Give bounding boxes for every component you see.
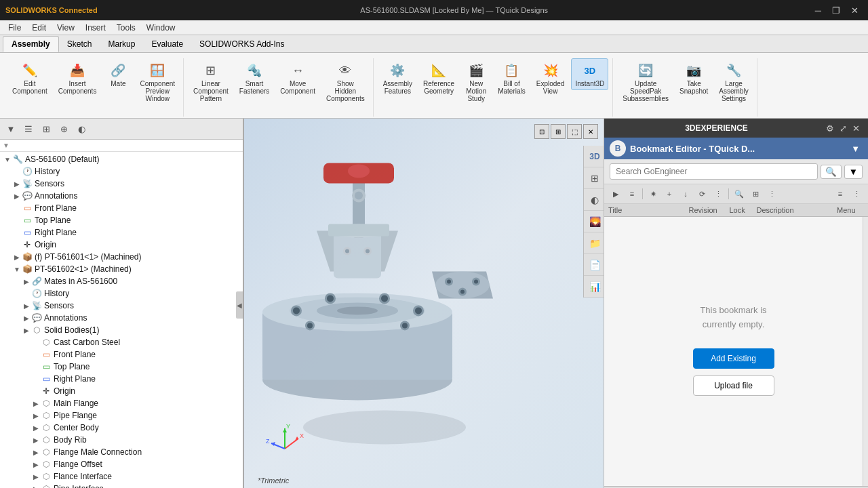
ft-item-cast-carbon[interactable]: ⬡ Cast Carbon Steel — [0, 336, 243, 348]
large-assembly-button[interactable]: 🔧 LargeAssemblySettings — [715, 58, 752, 105]
exp-add-button[interactable]: + — [662, 186, 677, 201]
exp-upload-button[interactable]: Upload file — [693, 375, 774, 396]
ft-item-flance-interface[interactable]: ▶ ⬡ Flance Interface — [0, 470, 243, 483]
ft-expand-history[interactable] — [12, 167, 22, 176]
ribbon-tab-sketch[interactable]: Sketch — [59, 37, 100, 52]
doc-icon[interactable]: 📄 — [584, 254, 604, 276]
exp-menu-button[interactable]: ⋮ — [849, 186, 864, 201]
ft-item-solid-bodies[interactable]: ▶ ⬡ Solid Bodies(1) — [0, 324, 243, 336]
menu-item-window[interactable]: Window — [141, 22, 181, 34]
ft-item-pipe-flange[interactable]: ▶ ⬡ Pipe Flange — [0, 409, 243, 422]
ft-expand-center-body[interactable]: ▶ — [31, 423, 41, 432]
update-speedpak-button[interactable]: 🔄 UpdateSpeedPakSubassemblies — [618, 58, 673, 105]
exp-header-dropdown-button[interactable]: ▼ — [848, 143, 863, 155]
ft-collapse-button[interactable]: ◀ — [236, 291, 243, 319]
exp-search-options-button[interactable]: ▼ — [844, 165, 863, 179]
move-component-button[interactable]: ↔ MoveComponent — [276, 58, 319, 98]
exp-download-button[interactable]: ↓ — [678, 186, 693, 201]
exp-vscrollbar[interactable] — [863, 217, 868, 486]
ft-expand-root[interactable]: ▼ — [3, 155, 12, 164]
take-snapshot-button[interactable]: 📷 TakeSnapshot — [675, 58, 712, 98]
chart-icon[interactable]: 📊 — [584, 276, 604, 298]
ft-expand-flange-offset[interactable]: ▶ — [31, 460, 41, 469]
exp-play-button[interactable]: ▶ — [608, 186, 623, 201]
ft-expand-pt561602[interactable]: ▼ — [12, 264, 22, 274]
show-hidden-button[interactable]: 👁 ShowHiddenComponents — [322, 58, 369, 105]
ft-color-btn[interactable]: ◐ — [73, 121, 90, 137]
ft-item-top-plane[interactable]: ▭ Top Plane — [0, 214, 243, 226]
ft-item-front-plane2[interactable]: ▭ Front Plane — [0, 348, 243, 361]
ft-item-pt561602[interactable]: ▼ 📦 PT-561602<1> (Machined) — [0, 263, 243, 275]
exp-add-existing-button[interactable]: Add Existing — [693, 348, 774, 369]
menu-item-insert[interactable]: Insert — [80, 22, 111, 34]
close-button[interactable]: ✕ — [847, 4, 863, 17]
ft-expand-mates[interactable]: ▶ — [22, 277, 31, 286]
ft-item-flange-male[interactable]: ▶ ⬡ Flange Male Connection — [0, 446, 243, 458]
menu-item-edit[interactable]: Edit — [26, 22, 52, 34]
bom-button[interactable]: 📋 Bill ofMaterials — [494, 58, 530, 98]
exp-close-button[interactable]: ✕ — [850, 123, 863, 134]
ft-tree[interactable]: ▼ 🔧 AS-561600 (Default) 🕐 History ▶ 📡 Se… — [0, 152, 243, 488]
ft-list-btn[interactable]: ☰ — [20, 121, 37, 137]
ft-item-mates[interactable]: ▶ 🔗 Mates in AS-561600 — [0, 275, 243, 287]
ft-item-sensors[interactable]: ▶ 📡 Sensors — [0, 178, 243, 190]
ft-expand-sensors[interactable]: ▶ — [12, 179, 22, 188]
menu-item-view[interactable]: View — [52, 22, 80, 34]
ft-item-front-plane[interactable]: ▭ Front Plane — [0, 202, 243, 214]
exp-star-button[interactable]: ✷ — [646, 186, 660, 201]
ft-item-history2[interactable]: 🕐 History — [0, 287, 243, 300]
exp-more-button[interactable]: ⋮ — [711, 186, 726, 201]
menu-item-file[interactable]: File — [3, 22, 26, 34]
ft-expand-pipe-flange[interactable]: ▶ — [31, 411, 41, 420]
display-mode-icon[interactable]: ⊞ — [584, 167, 604, 189]
ft-item-sensors2[interactable]: ▶ 📡 Sensors — [0, 300, 243, 312]
ft-expand-flange-male[interactable]: ▶ — [31, 447, 41, 457]
ribbon-tab-markup[interactable]: Markup — [100, 37, 143, 52]
ft-expand-annotations2[interactable]: ▶ — [22, 313, 31, 323]
linear-pattern-button[interactable]: ⊞ LinearComponentPattern — [189, 58, 233, 105]
reference-geometry-button[interactable]: 📐 ReferenceGeometry — [419, 58, 458, 98]
appearance-icon[interactable]: ◐ — [584, 189, 604, 211]
ft-item-annotations[interactable]: ▶ 💬 Annotations — [0, 190, 243, 202]
exp-search-button[interactable]: 🔍 — [821, 165, 842, 179]
instant3d-button[interactable]: 3D Instant3D — [571, 58, 608, 90]
exp-settings-button[interactable]: ⚙ — [823, 123, 837, 134]
ribbon-tab-evaluate[interactable]: Evaluate — [143, 37, 191, 52]
ft-expand-pt561601[interactable]: ▶ — [12, 252, 22, 262]
edit-component-button[interactable]: ✏️ EditComponent — [8, 58, 52, 98]
exp-expand-button[interactable]: ⤢ — [837, 123, 850, 134]
exp-search-input[interactable] — [610, 163, 818, 180]
fit-view-button[interactable]: ⊡ — [534, 124, 549, 139]
exp-list-button[interactable]: ≡ — [625, 186, 639, 201]
insert-components-button[interactable]: 📥 InsertComponents — [54, 58, 101, 98]
exploded-view-button[interactable]: 💥 ExplodedView — [532, 58, 569, 98]
exp-options-button[interactable]: ⋮ — [764, 186, 779, 201]
ft-target-btn[interactable]: ⊕ — [56, 121, 72, 137]
ft-item-history[interactable]: 🕐 History — [0, 165, 243, 178]
ft-item-root[interactable]: ▼ 🔧 AS-561600 (Default) — [0, 153, 243, 165]
exp-columns-button[interactable]: ≡ — [833, 186, 848, 201]
component-preview-button[interactable]: 🪟 ComponentPreviewWindow — [136, 58, 179, 105]
mate-button[interactable]: 🔗 Mate — [103, 58, 133, 90]
restore-button[interactable]: ❐ — [828, 4, 844, 17]
ft-item-pt561601[interactable]: ▶ 📦 (f) PT-561601<1> (Machined) — [0, 251, 243, 263]
exp-sync-button[interactable]: ⟳ — [694, 186, 709, 201]
ft-item-center-body[interactable]: ▶ ⬡ Center Body — [0, 422, 243, 434]
restore-view-button[interactable]: ⬚ — [567, 124, 582, 139]
ft-expand-main-flange[interactable]: ▶ — [31, 399, 41, 408]
ft-item-origin2[interactable]: ✛ Origin — [0, 385, 243, 397]
ft-expand-pipe-interface[interactable]: ▶ — [31, 484, 41, 488]
ft-item-right-plane[interactable]: ▭ Right Plane — [0, 226, 243, 239]
menu-item-tools[interactable]: Tools — [111, 22, 141, 34]
new-motion-button[interactable]: 🎬 NewMotionStudy — [461, 58, 491, 105]
3d-view-icon[interactable]: 3D — [584, 146, 604, 167]
ft-expand-body-rib[interactable]: ▶ — [31, 435, 41, 445]
ft-item-annotations2[interactable]: ▶ 💬 Annotations — [0, 312, 243, 324]
ft-item-pipe-interface[interactable]: ▶ ⬡ Pipe Interface — [0, 483, 243, 488]
ribbon-tab-assembly[interactable]: Assembly — [3, 36, 59, 52]
exp-table-button[interactable]: ⊞ — [748, 186, 763, 201]
scene-icon[interactable]: 🌄 — [584, 211, 604, 232]
ft-item-main-flange[interactable]: ▶ ⬡ Main Flange — [0, 397, 243, 409]
ft-filter-btn[interactable]: ▼ — [3, 121, 19, 137]
folder-icon[interactable]: 📁 — [584, 232, 604, 254]
